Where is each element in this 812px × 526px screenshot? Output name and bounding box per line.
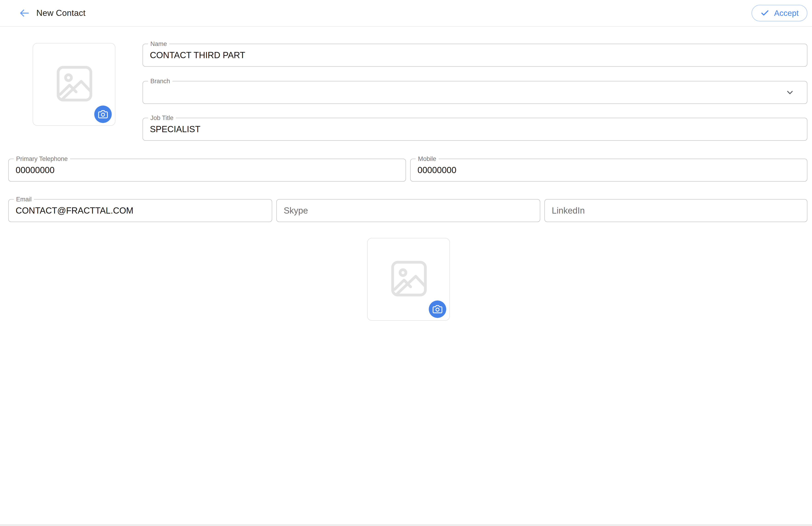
mobile-input[interactable] <box>410 159 807 181</box>
primary-telephone-field[interactable]: Primary Telephone <box>8 159 406 181</box>
name-input[interactable] <box>143 44 807 66</box>
secondary-photo-upload-card <box>367 238 450 321</box>
header: New Contact Accept <box>0 0 812 27</box>
branch-field-label: Branch <box>148 77 172 85</box>
branch-field[interactable]: Branch <box>143 81 808 104</box>
name-field[interactable]: Name <box>143 44 808 67</box>
mobile-field-label: Mobile <box>416 155 439 162</box>
chevron-down-icon <box>785 87 795 98</box>
skype-input[interactable] <box>277 200 540 222</box>
name-field-label: Name <box>148 40 169 48</box>
skype-field[interactable] <box>276 199 540 222</box>
email-field[interactable]: Email <box>8 199 272 222</box>
arrow-left-icon <box>19 8 30 18</box>
back-button[interactable] <box>18 7 31 19</box>
contact-photo-upload-card <box>33 43 115 126</box>
image-placeholder-icon <box>387 257 431 302</box>
linkedin-field[interactable] <box>545 199 808 222</box>
checkmark-icon <box>760 9 769 18</box>
mobile-field[interactable]: Mobile <box>410 159 808 181</box>
accept-button[interactable]: Accept <box>752 5 808 21</box>
page-title: New Contact <box>36 8 86 18</box>
email-field-label: Email <box>14 196 34 203</box>
linkedin-input[interactable] <box>545 200 807 222</box>
camera-upload-button[interactable] <box>429 301 446 318</box>
job-title-field[interactable]: Job Title <box>143 118 808 141</box>
camera-upload-button[interactable] <box>94 105 112 123</box>
job-title-field-label: Job Title <box>148 114 176 122</box>
primary-telephone-field-label: Primary Telephone <box>14 155 70 162</box>
job-title-input[interactable] <box>143 118 807 140</box>
accept-button-label: Accept <box>774 9 799 18</box>
camera-icon <box>98 109 108 119</box>
image-placeholder-icon <box>53 62 96 106</box>
camera-icon <box>433 304 442 314</box>
bottom-scrollbar-track <box>0 524 812 526</box>
email-input[interactable] <box>9 200 272 222</box>
branch-select[interactable] <box>143 82 807 103</box>
